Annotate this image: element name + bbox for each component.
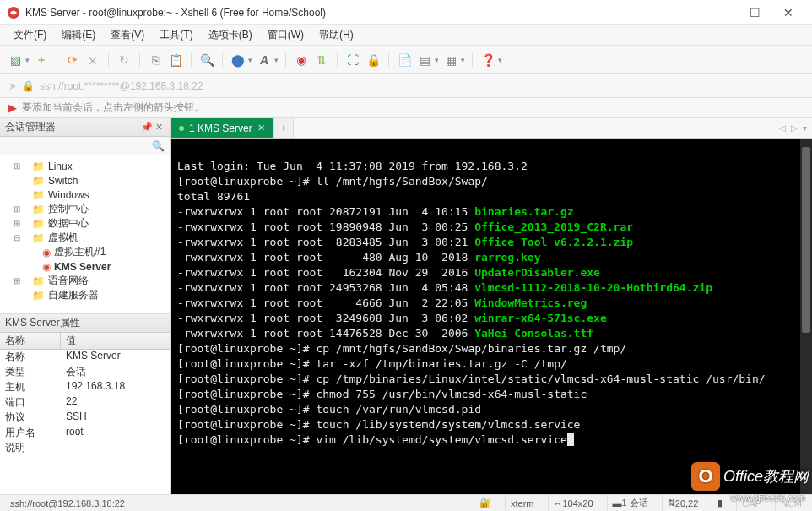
reload-icon[interactable]: ↻ [116, 52, 133, 68]
tree-item[interactable]: ⊞📁数据中心 [2, 216, 168, 231]
menu-item[interactable]: 选项卡(B) [203, 26, 257, 44]
tab-menu-icon[interactable]: ▾ [803, 123, 807, 133]
tab-prev-icon[interactable]: ◁ [779, 123, 786, 133]
maximize-button[interactable]: ☐ [738, 0, 771, 25]
help-icon[interactable]: ❓ [479, 52, 496, 68]
minimize-button[interactable]: — [704, 0, 738, 25]
dropdown-icon[interactable]: ▾ [461, 56, 465, 64]
terminal-scrollbar[interactable] [800, 139, 812, 494]
reconnect-icon[interactable]: ⟳ [64, 52, 81, 68]
transfer-icon[interactable]: ⇅ [313, 52, 330, 68]
sessions-icon: ▬ [613, 498, 622, 508]
dropdown-icon[interactable]: ▾ [274, 56, 279, 64]
folder-icon: 📁 [32, 175, 45, 187]
terminal[interactable]: Last login: Tue Jun 4 11:37:08 2019 from… [171, 139, 812, 494]
menu-item[interactable]: 工具(T) [154, 26, 198, 44]
xshell-icon[interactable]: ◉ [293, 52, 310, 68]
tree-item[interactable]: ◉KMS Server [2, 259, 168, 274]
pin-icon[interactable]: 📌 [141, 122, 153, 133]
status-indicator: ▮ [717, 497, 723, 508]
status-num: NUM [775, 495, 807, 511]
separator [222, 52, 223, 68]
arrow-icon[interactable]: ➤ [8, 80, 17, 92]
panel-close-icon[interactable]: ✕ [153, 122, 165, 133]
tab-next-icon[interactable]: ▷ [791, 123, 798, 133]
col-value: 值 [61, 333, 170, 349]
property-row: 用户名root [0, 426, 170, 441]
tree-item[interactable]: ⊟📁虚拟机 [2, 231, 168, 245]
tree-label: 数据中心 [48, 216, 89, 231]
tree-item[interactable]: ⊞📁控制中心 [2, 202, 168, 216]
separator [337, 52, 338, 68]
property-row: 说明 [0, 441, 170, 456]
dropdown-icon[interactable]: ▾ [248, 56, 252, 64]
property-row: 类型会话 [0, 365, 170, 380]
folder-icon: 📁 [32, 232, 45, 244]
dropdown-icon[interactable]: ▾ [498, 56, 502, 64]
tree-item[interactable]: 📁Switch [2, 173, 168, 188]
menu-item[interactable]: 文件(F) [8, 26, 51, 44]
copy-icon[interactable]: ⎘ [147, 52, 164, 68]
tree-item[interactable]: ⊞📁语音网络 [2, 274, 168, 288]
tile-icon[interactable]: ▦ [442, 52, 459, 68]
menu-item[interactable]: 查看(V) [106, 26, 149, 44]
menu-item[interactable]: 帮助(H) [314, 26, 359, 44]
color-icon[interactable]: ⬤ [230, 52, 246, 68]
status-cap: CAP [736, 495, 766, 511]
property-row: 主机192.168.3.18 [0, 380, 170, 395]
tree-label: 语音网络 [48, 274, 89, 288]
fullscreen-icon[interactable]: ⛶ [344, 52, 361, 68]
menubar: 文件(F)编辑(E)查看(V)工具(T)选项卡(B)窗口(W)帮助(H) [0, 25, 812, 46]
session-search[interactable]: 🔍 [0, 137, 170, 155]
menu-item[interactable]: 窗口(W) [263, 26, 309, 44]
tree-label: 自建服务器 [48, 288, 99, 302]
search-icon: 🔍 [152, 140, 165, 152]
tree-label: 控制中心 [48, 202, 89, 216]
add-icon[interactable]: ＋ [33, 52, 50, 68]
menu-item[interactable]: 编辑(E) [57, 26, 100, 44]
layout-icon[interactable]: ▤ [416, 52, 433, 68]
tab-kms-server[interactable]: 1 KMS Server ✕ [171, 118, 273, 138]
disconnect-icon[interactable]: ⨯ [84, 52, 101, 68]
tab-close-icon[interactable]: ✕ [257, 122, 265, 133]
tree-item[interactable]: ⊞📁Linux [2, 159, 168, 173]
address-text: ssh://root:*********@192.168.3.18:22 [40, 80, 203, 92]
prop-value: 22 [61, 395, 170, 410]
prop-value: SSH [61, 410, 170, 426]
separator [108, 52, 109, 68]
scrollbar-thumb[interactable] [802, 147, 810, 333]
tree-label: 虚拟机 [48, 231, 78, 245]
address-bar[interactable]: ➤ 🔒 ssh://root:*********@192.168.3.18:22 [0, 74, 812, 98]
status-encoding: xterm [505, 495, 539, 511]
find-icon[interactable]: 🔍 [198, 52, 215, 68]
status-connection: ssh://root@192.168.3.18:22 [5, 495, 465, 511]
paste-icon[interactable]: 📋 [167, 52, 184, 68]
prop-value: 192.168.3.18 [61, 380, 170, 395]
new-session-icon[interactable]: ▧ [7, 52, 24, 68]
tab-nav: ◁ ▷ ▾ [774, 118, 812, 138]
separator [388, 52, 389, 68]
tree-item[interactable]: 📁自建服务器 [2, 288, 168, 302]
tree-label: 虚拟主机#1 [54, 245, 106, 259]
lock-icon[interactable]: 🔒 [365, 52, 382, 68]
tree-item[interactable]: 📁Windows [2, 188, 168, 202]
font-icon[interactable]: A [256, 52, 273, 68]
script-icon[interactable]: 📄 [396, 52, 413, 68]
property-row: 协议SSH [0, 410, 170, 426]
tab-add-button[interactable]: ＋ [273, 118, 294, 138]
dropdown-icon[interactable]: ▾ [435, 56, 439, 64]
separator [472, 52, 473, 68]
session-tree[interactable]: ⊞📁Linux📁Switch📁Windows⊞📁控制中心⊞📁数据中心⊟📁虚拟机◉… [0, 155, 170, 314]
bookmark-icon[interactable]: ▶ [8, 101, 17, 114]
separator [139, 52, 140, 68]
close-button[interactable]: ✕ [771, 0, 805, 25]
folder-icon: 📁 [32, 218, 45, 230]
dropdown-icon[interactable]: ▾ [25, 56, 30, 64]
window-titlebar: KMS Server - root@linuxprobe:~ - Xshell … [0, 0, 812, 25]
folder-icon: 📁 [32, 290, 45, 302]
prop-key: 用户名 [0, 426, 61, 441]
prop-key: 协议 [0, 410, 61, 426]
toolbar: ▧▾ ＋ ⟳ ⨯ ↻ ⎘ 📋 🔍 ⬤▾ A▾ ◉ ⇅ ⛶ 🔒 📄 ▤▾ ▦▾ ❓… [0, 46, 812, 74]
session-panel-title: 会话管理器 [5, 120, 56, 134]
tree-item[interactable]: ◉虚拟主机#1 [2, 245, 168, 259]
